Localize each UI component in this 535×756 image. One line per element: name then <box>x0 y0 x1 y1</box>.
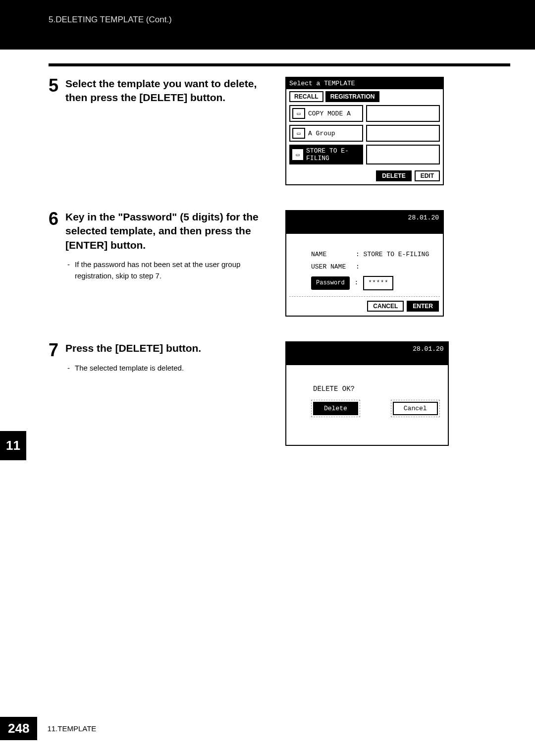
edit-button[interactable]: EDIT <box>415 170 440 181</box>
step-note: - If the password has not been set at th… <box>67 259 276 281</box>
screen-title: Select a TEMPLATE <box>286 78 443 89</box>
breadcrumb: 5.DELETING TEMPLATE (Cont.) <box>49 15 172 25</box>
step-heading: Select the template you want to delete, … <box>65 77 276 105</box>
step-number: 6 <box>49 210 61 228</box>
confirm-cancel-button[interactable]: Cancel <box>393 402 438 415</box>
tab-registration[interactable]: REGISTRATION <box>325 91 380 102</box>
template-item[interactable]: ▭ COPY MODE A <box>289 105 363 122</box>
screenshot-confirm: 28.01.20 DELETE OK? Delete Cancel <box>285 341 449 446</box>
screen-date: 28.01.20 <box>408 214 439 221</box>
step-heading: Key in the "Password" (5 digits) for the… <box>65 210 276 252</box>
step-heading: Press the [DELETE] button. <box>65 341 201 355</box>
template-item-empty[interactable] <box>366 125 440 142</box>
step-7: 7 Press the [DELETE] button. - The selec… <box>49 341 510 446</box>
username-value: : <box>356 261 360 273</box>
section-rule <box>49 63 510 66</box>
template-label: A Group <box>308 130 335 137</box>
cancel-button[interactable]: CANCEL <box>367 301 404 312</box>
screenshot-template-list: Select a TEMPLATE RECALL REGISTRATION ▭ … <box>285 77 444 185</box>
username-label: USER NAME <box>311 261 352 273</box>
step-5: 5 Select the template you want to delete… <box>49 77 510 185</box>
header-bar: 5.DELETING TEMPLATE (Cont.) <box>0 0 535 50</box>
template-item-empty[interactable] <box>366 145 440 164</box>
step-number: 5 <box>49 77 61 95</box>
folder-icon: ▭ <box>292 128 305 139</box>
page-content: 5 Select the template you want to delete… <box>49 77 510 471</box>
screen-date: 28.01.20 <box>413 345 443 353</box>
chapter-tab: 11 <box>0 431 26 460</box>
password-label: Password <box>311 276 350 290</box>
name-label: NAME <box>311 249 352 261</box>
footer-chapter: 11.TEMPLATE <box>47 724 96 733</box>
page-number: 248 <box>0 717 37 740</box>
password-field[interactable]: ***** <box>363 276 393 290</box>
template-item-selected[interactable]: ▭ STORE TO E-FILING <box>289 145 363 164</box>
screenshot-password: 28.01.20 NAME : STORE TO E-FILING USER N… <box>285 210 444 317</box>
template-label: STORE TO E-FILING <box>306 147 360 162</box>
folder-icon: ▭ <box>292 149 303 160</box>
password-colon: : <box>355 277 359 289</box>
step-number: 7 <box>49 341 61 359</box>
template-item-empty[interactable] <box>366 105 440 122</box>
step-6: 6 Key in the "Password" (5 digits) for t… <box>49 210 510 317</box>
step-note: - The selected template is deleted. <box>67 363 201 374</box>
template-item[interactable]: ▭ A Group <box>289 125 363 142</box>
delete-button[interactable]: DELETE <box>376 170 411 181</box>
tab-recall[interactable]: RECALL <box>289 91 323 102</box>
name-value: : STORE TO E-FILING <box>356 249 429 261</box>
template-label: COPY MODE A <box>308 110 351 117</box>
folder-icon: ▭ <box>292 108 305 119</box>
confirm-delete-button[interactable]: Delete <box>313 402 358 415</box>
confirm-prompt: DELETE OK? <box>313 385 438 393</box>
enter-button[interactable]: ENTER <box>407 301 439 312</box>
page-footer: 248 11.TEMPLATE <box>0 717 96 740</box>
